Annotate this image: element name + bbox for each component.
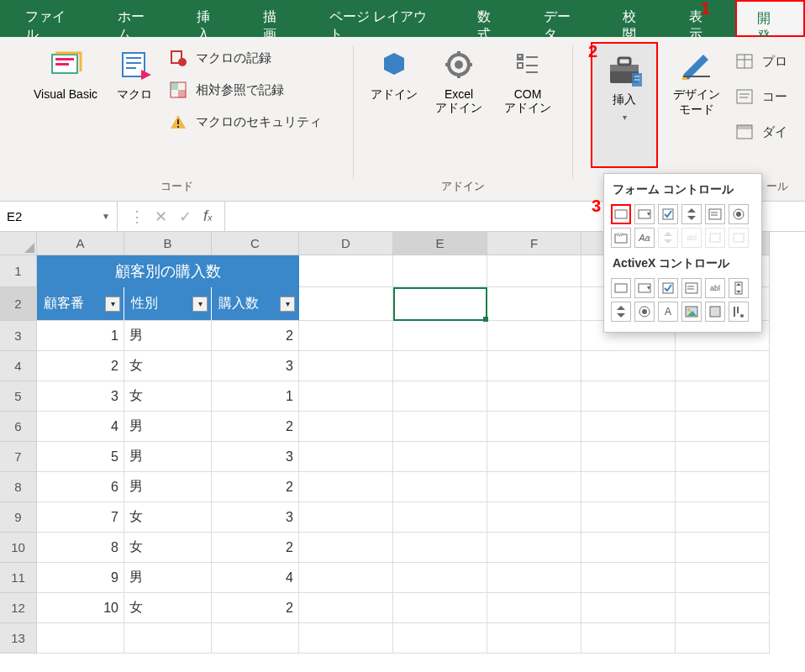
- record-macro-button[interactable]: マクロの記録: [169, 49, 322, 67]
- activex-spin-control[interactable]: [611, 302, 631, 322]
- cell-E9[interactable]: [393, 502, 487, 533]
- cell-B3[interactable]: 男: [124, 321, 212, 351]
- activex-button-control[interactable]: [611, 278, 631, 298]
- tab-developer[interactable]: 開発: [735, 0, 805, 37]
- form-spin-control[interactable]: [681, 204, 702, 224]
- cell-G8[interactable]: [581, 472, 676, 502]
- col-head-B[interactable]: B: [124, 232, 212, 255]
- name-box[interactable]: E2 ▼: [0, 202, 118, 231]
- run-dialog-button[interactable]: ダイ: [735, 123, 787, 141]
- cell-F12[interactable]: [487, 593, 581, 623]
- cell-A5[interactable]: 3: [37, 381, 124, 412]
- filter-button-icon[interactable]: ▾: [280, 297, 295, 312]
- select-all-corner[interactable]: [0, 232, 37, 255]
- cell-C8[interactable]: 2: [212, 472, 299, 502]
- cell-D2[interactable]: [299, 287, 393, 321]
- cell-C12[interactable]: 2: [212, 593, 299, 623]
- cell-B8[interactable]: 男: [124, 472, 212, 502]
- cell-C5[interactable]: 1: [212, 381, 299, 412]
- cell-D7[interactable]: [299, 442, 393, 472]
- cell-F4[interactable]: [487, 351, 581, 381]
- cell-D11[interactable]: [299, 563, 393, 593]
- cell-D3[interactable]: [299, 321, 393, 351]
- visual-basic-button[interactable]: Visual Basic: [31, 42, 100, 106]
- cell-D13[interactable]: [299, 623, 393, 654]
- cell-B6[interactable]: 男: [124, 412, 212, 442]
- formula-accept-icon[interactable]: ✓: [179, 207, 192, 226]
- properties-button[interactable]: プロ: [735, 52, 787, 71]
- cell-H11[interactable]: [676, 563, 770, 593]
- row-head-3[interactable]: 3: [0, 321, 37, 351]
- cell-F11[interactable]: [487, 563, 581, 593]
- formula-cancel-icon[interactable]: ✕: [155, 207, 167, 226]
- cell-C4[interactable]: 3: [212, 351, 299, 381]
- cell-E1[interactable]: [393, 255, 487, 287]
- cell-A9[interactable]: 7: [37, 502, 124, 533]
- tab-review[interactable]: 校閲: [602, 0, 669, 37]
- cell-F9[interactable]: [487, 502, 581, 533]
- cell-G11[interactable]: [581, 563, 676, 593]
- cell-F6[interactable]: [487, 412, 581, 442]
- form-groupbox-control[interactable]: xyz: [611, 228, 631, 248]
- row-head-4[interactable]: 4: [0, 351, 37, 381]
- cell-A11[interactable]: 9: [37, 563, 124, 593]
- cell-C9[interactable]: 3: [212, 502, 299, 533]
- form-checkbox-control[interactable]: [658, 204, 678, 224]
- activex-scrollbar-control[interactable]: [729, 278, 749, 298]
- col-head-D[interactable]: D: [299, 232, 393, 255]
- cell-B5[interactable]: 女: [124, 381, 212, 412]
- cell-G6[interactable]: [581, 412, 676, 442]
- cell-H12[interactable]: [676, 593, 770, 623]
- col-head-C[interactable]: C: [212, 232, 299, 255]
- cell-D9[interactable]: [299, 502, 393, 533]
- formula-dots-icon[interactable]: ⋮: [129, 207, 143, 226]
- macro-security-button[interactable]: マクロのセキュリティ: [169, 113, 322, 131]
- cell-C3[interactable]: 2: [212, 321, 299, 351]
- cell-F13[interactable]: [487, 623, 581, 654]
- cell-B13[interactable]: [124, 623, 212, 654]
- cell-E4[interactable]: [393, 351, 487, 381]
- cell-C10[interactable]: 2: [212, 533, 299, 563]
- row-head-2[interactable]: 2: [0, 287, 37, 321]
- cell-D5[interactable]: [299, 381, 393, 412]
- cell-H5[interactable]: [676, 381, 770, 412]
- row-head-13[interactable]: 13: [0, 623, 37, 654]
- cell-A10[interactable]: 8: [37, 533, 124, 563]
- cell-G13[interactable]: [581, 623, 676, 654]
- filter-button-icon[interactable]: ▾: [105, 297, 120, 312]
- cell-B7[interactable]: 男: [124, 442, 212, 472]
- cell-B9[interactable]: 女: [124, 502, 212, 533]
- tab-draw[interactable]: 描画: [243, 0, 309, 37]
- table-header-id[interactable]: 顧客番 ▾: [37, 287, 124, 321]
- cell-F1[interactable]: [487, 255, 581, 287]
- cell-E12[interactable]: [393, 593, 487, 623]
- cell-E7[interactable]: [393, 442, 487, 472]
- cell-C11[interactable]: 4: [212, 563, 299, 593]
- cell-C6[interactable]: 2: [212, 412, 299, 442]
- row-head-12[interactable]: 12: [0, 593, 37, 623]
- cell-D4[interactable]: [299, 351, 393, 381]
- cell-A13[interactable]: [37, 623, 124, 654]
- cell-E6[interactable]: [393, 412, 487, 442]
- cell-A6[interactable]: 4: [37, 412, 124, 442]
- form-label-control[interactable]: Aa: [634, 228, 655, 248]
- addins-button[interactable]: アドイン: [368, 42, 420, 108]
- cell-A7[interactable]: 5: [37, 442, 124, 472]
- insert-controls-button[interactable]: 挿入 ▾: [591, 42, 658, 168]
- cell-F8[interactable]: [487, 472, 581, 502]
- relative-ref-button[interactable]: 相対参照で記録: [169, 81, 322, 99]
- table-header-qty[interactable]: 購入数 ▾: [212, 287, 299, 321]
- cell-A12[interactable]: 10: [37, 593, 124, 623]
- macros-button[interactable]: マクロ: [108, 42, 160, 108]
- cell-G10[interactable]: [581, 533, 676, 563]
- cell-E13[interactable]: [393, 623, 487, 654]
- row-head-10[interactable]: 10: [0, 533, 37, 563]
- view-code-button[interactable]: コー: [735, 87, 787, 106]
- tab-page-layout[interactable]: ページ レイアウト: [309, 0, 457, 37]
- tab-home[interactable]: ホーム: [97, 0, 176, 37]
- cell-D12[interactable]: [299, 593, 393, 623]
- cell-G5[interactable]: [581, 381, 676, 412]
- form-listbox-control[interactable]: [705, 204, 725, 224]
- activex-checkbox-control[interactable]: [658, 278, 678, 298]
- cell-C13[interactable]: [212, 623, 299, 654]
